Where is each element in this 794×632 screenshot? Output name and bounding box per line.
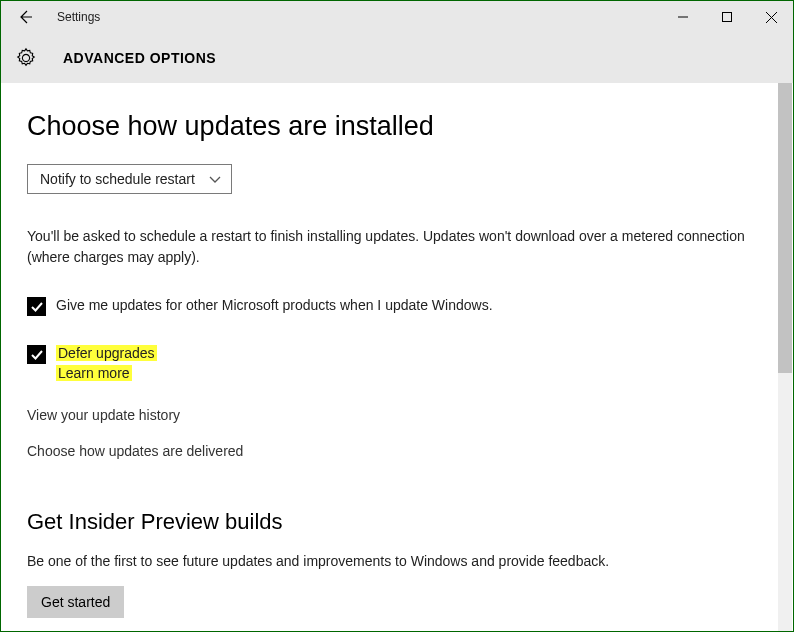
checkbox-defer-upgrades-label: Defer upgrades <box>56 345 157 361</box>
choose-delivery-link[interactable]: Choose how updates are delivered <box>27 443 767 459</box>
minimize-button[interactable] <box>661 1 705 33</box>
description-text: You'll be asked to schedule a restart to… <box>27 226 747 268</box>
checkbox-defer-upgrades-box[interactable] <box>27 345 46 364</box>
dropdown-value: Notify to schedule restart <box>40 171 195 187</box>
page-title: ADVANCED OPTIONS <box>63 50 216 66</box>
window-controls <box>661 1 793 33</box>
section-heading-updates: Choose how updates are installed <box>27 111 767 142</box>
chevron-down-icon <box>209 171 221 187</box>
get-started-button[interactable]: Get started <box>27 586 124 618</box>
svg-rect-1 <box>723 13 732 22</box>
checkbox-other-products-box[interactable] <box>27 297 46 316</box>
titlebar: Settings <box>1 1 793 33</box>
checkbox-defer-upgrades: Defer upgrades Learn more <box>27 344 767 383</box>
back-icon[interactable] <box>15 7 35 27</box>
defer-learn-more-link[interactable]: Learn more <box>56 365 132 381</box>
view-history-link[interactable]: View your update history <box>27 407 767 423</box>
gear-icon <box>15 47 37 69</box>
maximize-button[interactable] <box>705 1 749 33</box>
window-title: Settings <box>57 10 100 24</box>
page-header: ADVANCED OPTIONS <box>1 33 793 83</box>
content-area: Choose how updates are installed Notify … <box>1 83 793 631</box>
checkbox-other-products-label: Give me updates for other Microsoft prod… <box>56 296 493 316</box>
section-heading-insider: Get Insider Preview builds <box>27 509 767 535</box>
restart-schedule-dropdown[interactable]: Notify to schedule restart <box>27 164 232 194</box>
checkbox-other-products: Give me updates for other Microsoft prod… <box>27 296 767 316</box>
insider-text: Be one of the first to see future update… <box>27 551 747 572</box>
close-button[interactable] <box>749 1 793 33</box>
